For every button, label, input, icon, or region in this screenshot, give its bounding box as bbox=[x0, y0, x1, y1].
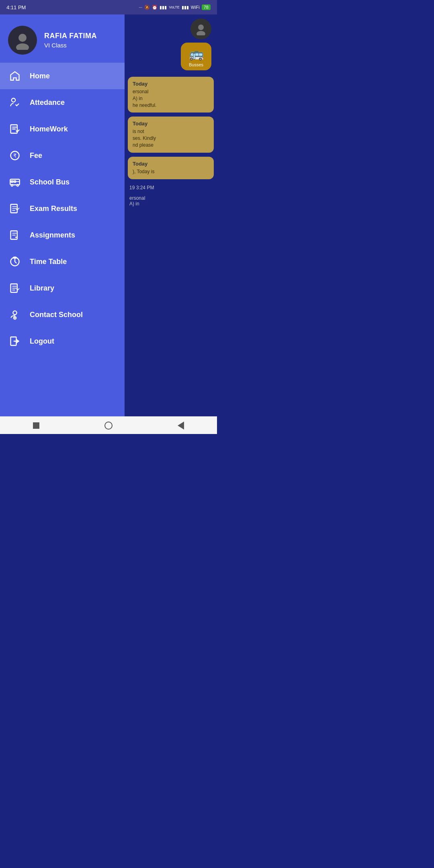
library-label: Library bbox=[30, 284, 54, 293]
nav-back-button[interactable] bbox=[174, 418, 188, 433]
status-bar: 4:11 PM ··· 🔕 ⏰ ▮▮▮ VoLTE ▮▮▮ WiFi 78 bbox=[0, 0, 217, 14]
alarm-icon: ⏰ bbox=[152, 5, 158, 10]
homework-icon bbox=[8, 122, 22, 136]
svg-point-0 bbox=[18, 34, 27, 42]
back-icon bbox=[178, 422, 184, 430]
notif-date-1: Today bbox=[133, 81, 209, 87]
svg-point-19 bbox=[198, 25, 204, 30]
menu-item-contact-school[interactable]: Contact School bbox=[0, 301, 125, 328]
wifi-icon: WiFi bbox=[191, 5, 200, 10]
library-icon bbox=[8, 281, 22, 295]
attendance-icon bbox=[8, 96, 22, 109]
notification-card-2[interactable]: Today is notses. Kindlynd please bbox=[128, 117, 214, 152]
right-avatar bbox=[190, 18, 211, 39]
home-icon bbox=[8, 69, 22, 83]
avatar bbox=[8, 26, 37, 55]
menu-list: Home Attedance bbox=[0, 63, 125, 416]
svg-point-10 bbox=[17, 184, 19, 186]
navigation-drawer: RAFIA FATIMA VI Class Home bbox=[0, 14, 125, 416]
notif-date-3: Today bbox=[133, 161, 209, 167]
bus-card-label: Busses bbox=[189, 62, 203, 67]
menu-item-time-table[interactable]: Time Table bbox=[0, 248, 125, 275]
homework-label: HomeWork bbox=[30, 125, 68, 133]
bottom-navigation bbox=[0, 416, 217, 434]
notif-text-2: is notses. Kindlynd please bbox=[133, 128, 209, 148]
svg-point-1 bbox=[16, 43, 29, 50]
recent-icon bbox=[33, 422, 39, 429]
status-icons: ··· 🔕 ⏰ ▮▮▮ VoLTE ▮▮▮ WiFi 78 bbox=[139, 4, 211, 10]
logout-label: Logout bbox=[30, 337, 54, 346]
main-layout: RAFIA FATIMA VI Class Home bbox=[0, 14, 217, 416]
user-avatar-icon bbox=[13, 31, 32, 50]
svg-text:₹: ₹ bbox=[13, 153, 16, 159]
svg-point-9 bbox=[11, 184, 13, 186]
fee-icon: ₹ bbox=[8, 149, 22, 162]
right-user-icon bbox=[194, 23, 207, 35]
assignments-icon bbox=[8, 228, 22, 242]
time-table-icon bbox=[8, 255, 22, 268]
attendance-label: Attedance bbox=[30, 98, 65, 107]
right-content-panel: 🚌 Busses Today ersonalA) inhe needful. T… bbox=[125, 14, 217, 416]
notifications-area: Today ersonalA) inhe needful. Today is n… bbox=[125, 74, 217, 210]
notif-date-2: Today bbox=[133, 121, 209, 127]
assignments-label: Assignments bbox=[30, 231, 75, 240]
menu-item-assignments[interactable]: Assignments bbox=[0, 222, 125, 248]
notif-text-3: ), Today is bbox=[133, 168, 209, 175]
home-nav-icon bbox=[104, 422, 113, 430]
contact-school-icon bbox=[8, 308, 22, 321]
school-bus-icon bbox=[8, 175, 22, 189]
svg-point-16 bbox=[13, 311, 16, 315]
notification-card-1[interactable]: Today ersonalA) inhe needful. bbox=[128, 77, 214, 113]
menu-item-attendance[interactable]: Attedance bbox=[0, 89, 125, 116]
nav-home-button[interactable] bbox=[101, 418, 116, 433]
time-table-label: Time Table bbox=[30, 258, 67, 266]
profile-info: RAFIA FATIMA VI Class bbox=[44, 32, 97, 49]
exam-results-icon bbox=[8, 202, 22, 215]
menu-item-exam-results[interactable]: Exam Results bbox=[0, 195, 125, 222]
battery-icon: 78 bbox=[202, 4, 211, 10]
time-display: 4:11 PM bbox=[6, 4, 26, 10]
profile-class: VI Class bbox=[44, 42, 97, 49]
menu-item-logout[interactable]: Logout bbox=[0, 328, 125, 354]
profile-name: RAFIA FATIMA bbox=[44, 32, 97, 40]
signal-bars-icon: ▮▮▮ bbox=[160, 5, 167, 10]
volte-icon: VoLTE bbox=[169, 5, 179, 9]
profile-area: RAFIA FATIMA VI Class bbox=[0, 14, 125, 63]
menu-item-fee[interactable]: ₹ Fee bbox=[0, 142, 125, 169]
nav-recent-button[interactable] bbox=[29, 418, 43, 433]
notif-text-1: ersonalA) inhe needful. bbox=[133, 88, 209, 108]
menu-item-homework[interactable]: HomeWork bbox=[0, 116, 125, 142]
svg-point-20 bbox=[197, 31, 205, 35]
signal-bars2-icon: ▮▮▮ bbox=[182, 5, 189, 10]
fee-label: Fee bbox=[30, 151, 42, 160]
status-time: 4:11 PM bbox=[6, 4, 26, 10]
svg-rect-6 bbox=[10, 179, 19, 185]
bus-card[interactable]: 🚌 Busses bbox=[181, 43, 211, 70]
timestamp-text: 19 3:24 PM bbox=[128, 183, 214, 190]
right-top-area: 🚌 Busses bbox=[125, 14, 217, 74]
bus-card-icon: 🚌 bbox=[189, 47, 204, 61]
svg-point-2 bbox=[12, 98, 15, 102]
signal-dots-icon: ··· bbox=[139, 5, 142, 10]
menu-item-school-bus[interactable]: School Bus bbox=[0, 169, 125, 195]
exam-results-label: Exam Results bbox=[30, 205, 77, 213]
menu-item-library[interactable]: Library bbox=[0, 275, 125, 301]
school-bus-label: School Bus bbox=[30, 178, 70, 186]
bottom-text: ersonalA) in bbox=[128, 194, 214, 207]
contact-school-label: Contact School bbox=[30, 311, 83, 319]
logout-icon bbox=[8, 334, 22, 348]
menu-item-home[interactable]: Home bbox=[0, 63, 125, 89]
mute-icon: 🔕 bbox=[144, 5, 150, 10]
notification-card-3[interactable]: Today ), Today is bbox=[128, 157, 214, 179]
home-label: Home bbox=[30, 72, 50, 80]
